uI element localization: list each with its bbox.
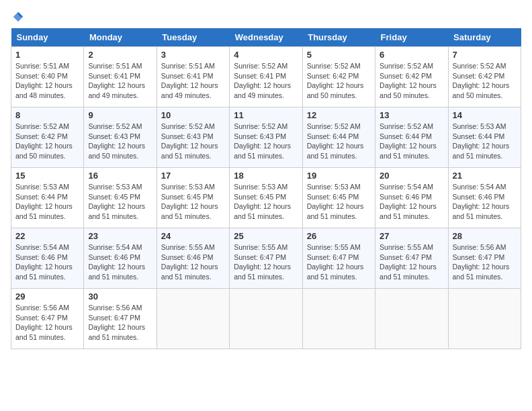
day-cell: 27 Sunrise: 5:55 AMSunset: 6:47 PMDaylig… <box>375 228 448 289</box>
day-detail: Sunrise: 5:52 AMSunset: 6:42 PMDaylight:… <box>15 122 79 161</box>
logo <box>11 11 24 23</box>
header-friday: Friday <box>375 28 448 47</box>
day-cell: 19 Sunrise: 5:53 AMSunset: 6:45 PMDaylig… <box>302 168 375 228</box>
day-number: 15 <box>15 171 79 181</box>
day-number: 3 <box>161 50 225 60</box>
day-detail: Sunrise: 5:52 AMSunset: 6:44 PMDaylight:… <box>380 122 443 161</box>
day-cell <box>230 289 302 349</box>
header-tuesday: Tuesday <box>157 28 229 47</box>
page-header <box>11 11 521 23</box>
week-row-1: 8 Sunrise: 5:52 AMSunset: 6:42 PMDayligh… <box>11 107 521 168</box>
day-cell <box>375 289 448 349</box>
day-detail: Sunrise: 5:51 AMSunset: 6:41 PMDaylight:… <box>161 61 225 101</box>
week-row-2: 15 Sunrise: 5:53 AMSunset: 6:44 PMDaylig… <box>11 168 521 228</box>
day-cell: 6 Sunrise: 5:52 AMSunset: 6:42 PMDayligh… <box>375 47 448 107</box>
day-detail: Sunrise: 5:55 AMSunset: 6:47 PMDaylight:… <box>380 242 443 282</box>
header-monday: Monday <box>84 28 157 47</box>
day-cell: 2 Sunrise: 5:51 AMSunset: 6:41 PMDayligh… <box>84 47 157 107</box>
day-number: 28 <box>453 231 517 241</box>
day-cell: 7 Sunrise: 5:52 AMSunset: 6:42 PMDayligh… <box>448 47 521 107</box>
day-detail: Sunrise: 5:54 AMSunset: 6:46 PMDaylight:… <box>380 182 443 222</box>
day-number: 12 <box>307 110 371 120</box>
day-number: 13 <box>380 110 443 120</box>
day-cell: 24 Sunrise: 5:55 AMSunset: 6:46 PMDaylig… <box>157 228 229 289</box>
day-number: 9 <box>88 110 152 120</box>
day-detail: Sunrise: 5:55 AMSunset: 6:46 PMDaylight:… <box>161 242 225 282</box>
day-number: 29 <box>15 291 79 302</box>
day-cell: 21 Sunrise: 5:54 AMSunset: 6:46 PMDaylig… <box>448 168 521 228</box>
day-cell: 3 Sunrise: 5:51 AMSunset: 6:41 PMDayligh… <box>157 47 229 107</box>
day-number: 6 <box>380 50 443 60</box>
day-detail: Sunrise: 5:52 AMSunset: 6:42 PMDaylight:… <box>380 61 443 101</box>
day-number: 19 <box>307 171 371 181</box>
day-number: 18 <box>234 171 298 181</box>
day-number: 27 <box>380 231 443 241</box>
day-detail: Sunrise: 5:55 AMSunset: 6:47 PMDaylight:… <box>307 242 371 282</box>
header-sunday: Sunday <box>11 28 84 47</box>
day-number: 21 <box>453 171 517 181</box>
day-cell: 30 Sunrise: 5:56 AMSunset: 6:47 PMDaylig… <box>84 289 157 349</box>
calendar-table: SundayMondayTuesdayWednesdayThursdayFrid… <box>11 28 521 349</box>
day-detail: Sunrise: 5:53 AMSunset: 6:44 PMDaylight:… <box>453 122 517 161</box>
day-cell: 26 Sunrise: 5:55 AMSunset: 6:47 PMDaylig… <box>302 228 375 289</box>
header-saturday: Saturday <box>448 28 521 47</box>
day-detail: Sunrise: 5:53 AMSunset: 6:45 PMDaylight:… <box>307 182 371 222</box>
day-number: 26 <box>307 231 371 241</box>
day-cell <box>157 289 229 349</box>
day-cell: 16 Sunrise: 5:53 AMSunset: 6:45 PMDaylig… <box>84 168 157 228</box>
day-detail: Sunrise: 5:51 AMSunset: 6:40 PMDaylight:… <box>15 61 79 101</box>
day-detail: Sunrise: 5:54 AMSunset: 6:46 PMDaylight:… <box>88 242 152 282</box>
day-cell: 14 Sunrise: 5:53 AMSunset: 6:44 PMDaylig… <box>448 107 521 168</box>
day-detail: Sunrise: 5:52 AMSunset: 6:44 PMDaylight:… <box>307 122 371 161</box>
day-number: 14 <box>453 110 517 120</box>
day-cell: 13 Sunrise: 5:52 AMSunset: 6:44 PMDaylig… <box>375 107 448 168</box>
day-number: 2 <box>88 50 152 60</box>
day-cell: 4 Sunrise: 5:52 AMSunset: 6:41 PMDayligh… <box>230 47 302 107</box>
day-number: 11 <box>234 110 298 120</box>
day-number: 24 <box>161 231 225 241</box>
day-cell: 12 Sunrise: 5:52 AMSunset: 6:44 PMDaylig… <box>302 107 375 168</box>
week-row-0: 1 Sunrise: 5:51 AMSunset: 6:40 PMDayligh… <box>11 47 521 107</box>
day-detail: Sunrise: 5:53 AMSunset: 6:44 PMDaylight:… <box>15 182 79 222</box>
day-detail: Sunrise: 5:56 AMSunset: 6:47 PMDaylight:… <box>88 303 152 342</box>
day-cell: 8 Sunrise: 5:52 AMSunset: 6:42 PMDayligh… <box>11 107 84 168</box>
day-number: 7 <box>453 50 517 60</box>
day-detail: Sunrise: 5:54 AMSunset: 6:46 PMDaylight:… <box>453 182 517 222</box>
day-detail: Sunrise: 5:53 AMSunset: 6:45 PMDaylight:… <box>161 182 225 222</box>
day-cell: 29 Sunrise: 5:56 AMSunset: 6:47 PMDaylig… <box>11 289 84 349</box>
day-detail: Sunrise: 5:56 AMSunset: 6:47 PMDaylight:… <box>15 303 79 342</box>
day-detail: Sunrise: 5:52 AMSunset: 6:43 PMDaylight:… <box>88 122 152 161</box>
header-row: SundayMondayTuesdayWednesdayThursdayFrid… <box>11 28 521 47</box>
day-detail: Sunrise: 5:51 AMSunset: 6:41 PMDaylight:… <box>88 61 152 101</box>
day-number: 22 <box>15 231 79 241</box>
day-cell: 5 Sunrise: 5:52 AMSunset: 6:42 PMDayligh… <box>302 47 375 107</box>
day-number: 25 <box>234 231 298 241</box>
day-cell: 23 Sunrise: 5:54 AMSunset: 6:46 PMDaylig… <box>84 228 157 289</box>
day-detail: Sunrise: 5:52 AMSunset: 6:43 PMDaylight:… <box>161 122 225 161</box>
day-number: 8 <box>15 110 79 120</box>
day-cell: 15 Sunrise: 5:53 AMSunset: 6:44 PMDaylig… <box>11 168 84 228</box>
day-cell: 11 Sunrise: 5:52 AMSunset: 6:43 PMDaylig… <box>230 107 302 168</box>
day-number: 10 <box>161 110 225 120</box>
day-cell: 9 Sunrise: 5:52 AMSunset: 6:43 PMDayligh… <box>84 107 157 168</box>
day-detail: Sunrise: 5:55 AMSunset: 6:47 PMDaylight:… <box>234 242 298 282</box>
day-detail: Sunrise: 5:52 AMSunset: 6:42 PMDaylight:… <box>307 61 371 101</box>
logo-icon <box>12 11 24 23</box>
day-cell <box>302 289 375 349</box>
day-number: 16 <box>88 171 152 181</box>
day-number: 17 <box>161 171 225 181</box>
day-cell: 25 Sunrise: 5:55 AMSunset: 6:47 PMDaylig… <box>230 228 302 289</box>
day-cell: 20 Sunrise: 5:54 AMSunset: 6:46 PMDaylig… <box>375 168 448 228</box>
day-detail: Sunrise: 5:54 AMSunset: 6:46 PMDaylight:… <box>15 242 79 282</box>
day-number: 5 <box>307 50 371 60</box>
day-cell: 1 Sunrise: 5:51 AMSunset: 6:40 PMDayligh… <box>11 47 84 107</box>
week-row-3: 22 Sunrise: 5:54 AMSunset: 6:46 PMDaylig… <box>11 228 521 289</box>
day-number: 20 <box>380 171 443 181</box>
day-cell <box>448 289 521 349</box>
day-cell: 18 Sunrise: 5:53 AMSunset: 6:45 PMDaylig… <box>230 168 302 228</box>
header-thursday: Thursday <box>302 28 375 47</box>
day-cell: 28 Sunrise: 5:56 AMSunset: 6:47 PMDaylig… <box>448 228 521 289</box>
day-detail: Sunrise: 5:53 AMSunset: 6:45 PMDaylight:… <box>88 182 152 222</box>
day-detail: Sunrise: 5:52 AMSunset: 6:43 PMDaylight:… <box>234 122 298 161</box>
day-number: 4 <box>234 50 298 60</box>
